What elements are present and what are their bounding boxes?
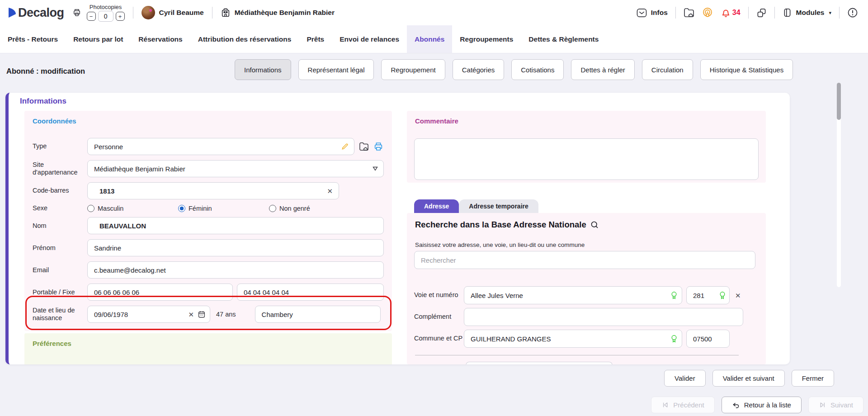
photocopies-increment-button[interactable]: +: [116, 12, 125, 21]
decalog-logo[interactable]: Decalog: [7, 6, 64, 20]
age-value: 47 ans: [216, 311, 236, 318]
ban-hint: Saisissez votre adresse, une voie, un li…: [415, 241, 585, 248]
commune-input[interactable]: [464, 330, 682, 348]
lieu-naissance-input[interactable]: [255, 306, 381, 323]
clear-icon[interactable]: ✕: [735, 292, 741, 299]
tab-representant-legal[interactable]: Représentant légal: [298, 59, 374, 80]
prenom-input[interactable]: [87, 239, 384, 256]
nav-reservations[interactable]: Réservations: [131, 25, 190, 53]
radio-masculin[interactable]: Masculin: [87, 205, 178, 212]
fixe-input[interactable]: [237, 284, 384, 301]
user-name: Cyril Beaume: [159, 9, 204, 17]
tab-categories[interactable]: Catégories: [453, 59, 505, 80]
radio-non-genre[interactable]: Non genré: [269, 205, 360, 212]
radio-feminin[interactable]: Féminin: [178, 205, 269, 212]
retour-a-la-liste-button[interactable]: Retour à la liste: [722, 397, 802, 413]
valider-et-suivant-button[interactable]: Valider et suivant: [712, 370, 785, 387]
notifications-button[interactable]: 34: [721, 8, 741, 18]
tab-circulation[interactable]: Circulation: [642, 59, 693, 80]
complement-input[interactable]: [464, 308, 743, 326]
radio-circle-selected[interactable]: [178, 205, 185, 212]
pencil-icon[interactable]: [341, 142, 349, 151]
tab-adresse-temporaire[interactable]: Adresse temporaire: [459, 199, 538, 213]
verified-badge-icon: [670, 334, 678, 343]
ban-search-input[interactable]: [414, 251, 755, 269]
nav-dettes-reglements[interactable]: Dettes & Règlements: [521, 25, 606, 53]
code-barres-input[interactable]: [87, 182, 339, 199]
partial-input[interactable]: [466, 362, 613, 364]
site-appartenance-label: Site d'appartenance: [33, 161, 87, 176]
tab-historique-statistiques[interactable]: Historique & Statistiques: [700, 59, 793, 80]
nav-abonnes[interactable]: Abonnés: [407, 25, 452, 53]
hotspot-icon: [702, 7, 713, 18]
building-icon: [221, 8, 231, 18]
scrollbar-track[interactable]: [837, 83, 841, 287]
documents-button[interactable]: [684, 8, 694, 18]
row-telephones: Portable / Fixe: [33, 284, 384, 301]
nav-envoi-relances[interactable]: Envoi de relances: [332, 25, 407, 53]
skip-next-icon: [819, 401, 826, 409]
external-link-button[interactable]: [756, 8, 767, 18]
avatar: [142, 6, 155, 19]
prenom-label: Prénom: [33, 244, 87, 252]
mail-icon: [637, 8, 647, 18]
fermer-button[interactable]: Fermer: [792, 370, 834, 387]
cp-input[interactable]: [686, 330, 730, 348]
scrollbar-thumb[interactable]: [837, 83, 841, 120]
ban-title: Recherche dans la Base Adresse Nationale: [415, 220, 599, 230]
search-icon[interactable]: [590, 220, 599, 230]
nav-prets[interactable]: Prêts: [299, 25, 332, 53]
nav-prets-retours[interactable]: Prêts - Retours: [0, 25, 66, 53]
portable-input[interactable]: [87, 284, 233, 301]
section-preferences: Préférences: [24, 333, 392, 364]
tab-adresse[interactable]: Adresse: [414, 199, 459, 213]
verified-badge-icon: [719, 291, 726, 300]
folder-cloud-icon[interactable]: [359, 142, 369, 151]
sexe-label: Sexe: [33, 204, 87, 212]
nav-retours-par-lot[interactable]: Retours par lot: [66, 25, 131, 53]
row-nom: Nom: [33, 217, 384, 234]
valider-button[interactable]: Valider: [664, 370, 706, 387]
record-tabbar: Informations Représentant légal Regroupe…: [235, 59, 793, 80]
chevron-down-icon[interactable]: [373, 166, 378, 171]
row-complement: Complément: [414, 308, 743, 326]
clear-icon[interactable]: ✕: [188, 311, 194, 318]
photocopies-count: 0: [98, 11, 113, 22]
nav-regroupements[interactable]: Regroupements: [452, 25, 521, 53]
header-divider: [212, 7, 212, 19]
precedent-button: Précédent: [651, 397, 714, 413]
site-appartenance-input[interactable]: [87, 160, 384, 177]
header-divider: [675, 7, 676, 19]
site-selector[interactable]: Médiathèque Benjamin Rabier: [221, 8, 335, 18]
photocopies-decrement-button[interactable]: −: [87, 12, 96, 21]
hotspot-button[interactable]: [702, 7, 713, 18]
chevron-down-icon: ▾: [829, 10, 831, 16]
infos-button[interactable]: Infos: [637, 8, 668, 18]
radio-circle[interactable]: [269, 205, 276, 212]
row-commune-cp: Commune et CP: [414, 330, 730, 348]
logo-text: Decalog: [18, 6, 64, 20]
nom-input[interactable]: [87, 217, 384, 234]
infos-label: Infos: [651, 9, 668, 17]
commentaire-textarea[interactable]: [414, 138, 759, 180]
voie-input[interactable]: [464, 286, 682, 304]
tab-cotisations[interactable]: Cotisations: [511, 59, 564, 80]
tab-regroupement[interactable]: Regroupement: [381, 59, 445, 80]
tab-dettes-a-regler[interactable]: Dettes à régler: [571, 59, 634, 80]
code-barres-label: Code-barres: [33, 187, 87, 194]
radio-circle[interactable]: [87, 205, 94, 212]
calendar-icon[interactable]: [198, 310, 206, 318]
email-input[interactable]: [87, 261, 384, 279]
tab-informations[interactable]: Informations: [235, 59, 291, 80]
row-sexe: Sexe Masculin Féminin Non genré: [33, 204, 384, 212]
address-tabbar: Adresse Adresse temporaire: [414, 199, 538, 213]
modules-menu[interactable]: Modules ▾: [783, 8, 831, 18]
printer-icon[interactable]: [373, 142, 383, 151]
verified-badge-icon: [670, 291, 678, 300]
clear-icon[interactable]: ✕: [327, 188, 333, 194]
nav-attribution-reservations[interactable]: Attribution des réservations: [190, 25, 299, 53]
type-input[interactable]: [87, 138, 354, 155]
user-menu[interactable]: Cyril Beaume: [142, 6, 204, 19]
about-button[interactable]: [847, 7, 858, 18]
header-divider: [774, 7, 775, 19]
